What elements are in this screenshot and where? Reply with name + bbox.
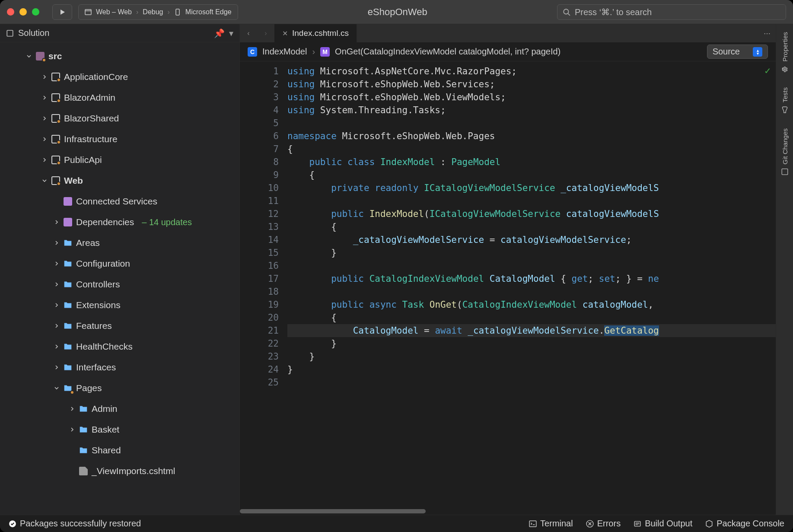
code-content[interactable]: using Microsoft.AspNetCore.Mvc.RazorPage… [287,61,776,392]
tree-item[interactable]: Web [0,170,239,191]
tree-item[interactable]: Controllers [0,274,239,295]
chevron-right-icon[interactable] [69,427,75,432]
project-icon [51,176,61,185]
svg-point-6 [784,69,785,70]
chevron-down-icon[interactable]: ▾ [229,28,233,38]
package-icon [705,520,713,528]
chevron-right-icon[interactable] [41,74,48,80]
chevron-right-icon[interactable] [54,261,60,266]
pin-icon[interactable]: 📌 [214,28,225,38]
run-configuration-group[interactable]: Web – Web › Debug › Microsoft Edge [78,4,238,20]
panel-build-output-button[interactable]: Build Output [634,519,692,529]
run-button[interactable] [52,4,72,20]
play-icon [59,9,66,16]
chevron-right-icon[interactable] [54,365,60,370]
tree-item[interactable]: Basket [0,419,239,440]
tree-item[interactable]: Features [0,315,239,336]
chevron-down-icon[interactable] [54,385,60,391]
class-icon: C [248,47,257,57]
tree-item[interactable]: Infrastructure [0,129,239,150]
svg-rect-5 [7,30,13,36]
scrollbar-thumb[interactable] [240,509,426,513]
tree-item-label: Extensions [76,300,121,310]
chevron-right-icon[interactable] [54,344,60,349]
window-icon [85,9,92,16]
tree-item-label: Shared [92,445,121,456]
tree-item[interactable]: Pages [0,378,239,398]
tree-item[interactable]: HealthChecks [0,336,239,357]
tree-item-label: Configuration [76,258,130,269]
chevron-right-icon[interactable] [54,323,60,328]
dependencies-icon [63,217,73,227]
chevron-right-icon[interactable] [69,406,75,411]
breadcrumb-method[interactable]: OnGet(CatalogIndexViewModel catalogModel… [335,47,561,57]
tree-item[interactable]: src [0,46,239,67]
chevron-down-icon[interactable] [26,54,32,59]
chevron-right-icon[interactable] [41,157,48,162]
chevron-right-icon[interactable] [54,240,60,245]
editor-tabstrip: ‹ › ✕ Index.cshtml.cs ⋯ [240,24,776,42]
breadcrumb-class[interactable]: IndexModel [262,47,307,57]
tree-item[interactable]: Dependencies – 14 updates [0,212,239,233]
tree-item[interactable]: Admin [0,398,239,419]
rail-tab-properties[interactable]: Properties [781,32,789,73]
output-icon [634,520,641,528]
chevron-right-icon[interactable] [54,220,60,225]
panel-errors-button[interactable]: Errors [586,519,621,529]
file-tab-active[interactable]: ✕ Index.cshtml.cs [274,24,357,42]
solution-icon [6,29,14,37]
tree-item[interactable]: Configuration [0,253,239,274]
tree-item[interactable]: PublicApi [0,150,239,170]
chevron-down-icon[interactable] [41,178,48,183]
tree-item-label: Web [64,175,83,186]
panel-package-console-button[interactable]: Package Console [705,519,784,529]
solution-tree[interactable]: src ApplicationCore BlazorAdmin BlazorSh… [0,42,239,515]
tree-item[interactable]: BlazorShared [0,108,239,129]
chevron-right-icon[interactable] [54,282,60,287]
tab-overflow-button[interactable]: ⋯ [758,24,776,42]
folder-icon [63,238,73,248]
tree-item-label: BlazorAdmin [64,92,115,103]
rail-tab-tests[interactable]: Tests [781,87,789,114]
tree-item[interactable]: _ViewImports.cshtml [0,461,239,481]
tree-item-label: BlazorShared [64,113,119,124]
rail-tab-git changes[interactable]: Git Changes [781,128,789,175]
chevron-right-icon[interactable] [41,116,48,121]
folder-icon [63,383,73,393]
source-view-dropdown[interactable]: Source [707,45,768,59]
source-dd-label: Source [713,47,740,57]
folder-icon [63,342,73,351]
tree-item-label: HealthChecks [76,341,133,352]
chevron-right-icon[interactable] [41,137,48,142]
tree-item[interactable]: Shared [0,440,239,461]
tree-item[interactable]: ApplicationCore [0,67,239,87]
editor-breadcrumb: C IndexModel › M OnGet(CatalogIndexViewM… [240,42,776,61]
chevron-right-icon: › [136,8,138,16]
close-icon[interactable]: ✕ [282,29,288,38]
folder-icon [63,321,73,331]
nav-back-button[interactable]: ‹ [240,24,257,42]
tree-item[interactable]: Extensions [0,295,239,315]
tree-item[interactable]: BlazorAdmin [0,87,239,108]
git-icon [781,168,789,176]
run-config-label: Debug [143,8,163,16]
app-title: eShopOnWeb [244,6,551,18]
minimize-window-button[interactable] [19,8,27,16]
horizontal-scrollbar[interactable] [240,508,776,515]
global-search-input[interactable]: Press ‘⌘.’ to search [557,4,786,20]
tree-item-label: _ViewImports.cshtml [92,466,175,476]
chevron-right-icon[interactable] [41,95,48,100]
tree-item[interactable]: Connected Services [0,191,239,212]
chevron-right-icon[interactable] [54,303,60,308]
solution-sidebar: Solution 📌 ▾ src ApplicationCore BlazorA… [0,24,240,515]
close-window-button[interactable] [7,8,14,16]
panel-terminal-button[interactable]: Terminal [529,519,573,529]
code-editor[interactable]: ✓ 12345678910111213141516171819202122232… [240,61,776,515]
tree-item[interactable]: Areas [0,233,239,253]
nav-forward-button[interactable]: › [257,24,274,42]
titlebar: Web – Web › Debug › Microsoft Edge eShop… [0,0,793,24]
maximize-window-button[interactable] [32,8,39,16]
check-circle-icon [9,520,16,528]
folder-icon [79,404,88,414]
tree-item[interactable]: Interfaces [0,357,239,378]
